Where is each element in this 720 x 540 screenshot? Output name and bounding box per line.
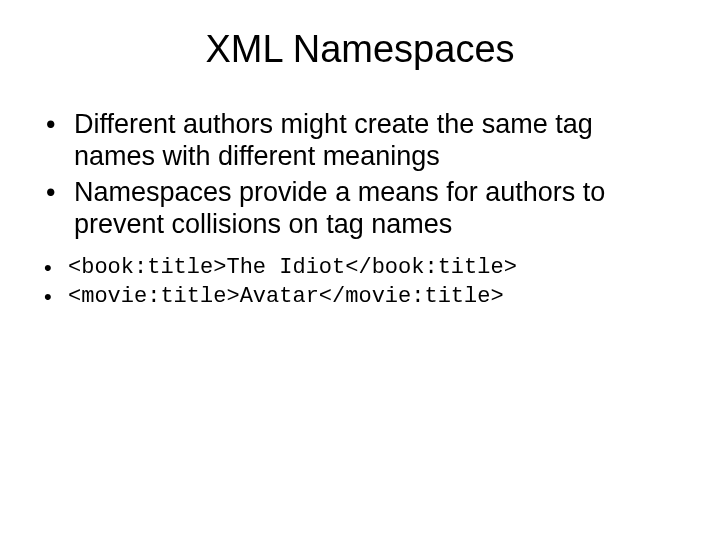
code-list: <book:title>The Idiot</book:title> <movi… (30, 254, 690, 311)
bullet-list: Different authors might create the same … (30, 109, 690, 240)
slide: XML Namespaces Different authors might c… (0, 0, 720, 540)
bullet-item: Namespaces provide a means for authors t… (40, 177, 680, 241)
code-line: <book:title>The Idiot</book:title> (40, 254, 680, 283)
slide-title: XML Namespaces (30, 28, 690, 71)
code-line: <movie:title>Avatar</movie:title> (40, 283, 680, 312)
bullet-item: Different authors might create the same … (40, 109, 680, 173)
